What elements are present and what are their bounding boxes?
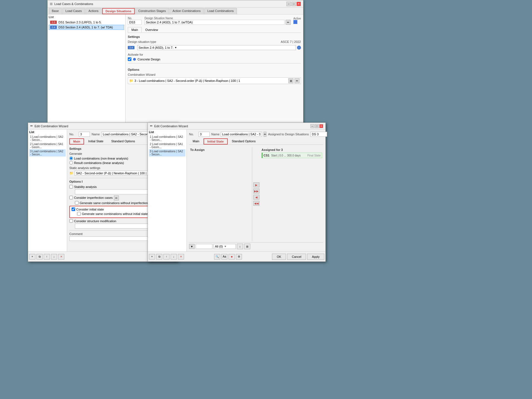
minimize-button[interactable]: ─ <box>286 2 291 6</box>
ds3-text: DS3 Section 2.4 (ASD), 1 to 7. (w/ TDA) <box>58 26 113 29</box>
static-select-text: SA2 - Second-order (P-Δ) | Newton-Raphso… <box>76 172 158 175</box>
footer-copy-btn-right[interactable]: ⧉ <box>156 254 162 260</box>
imperfection-btn[interactable]: ✏ <box>114 195 119 200</box>
combination-btn2[interactable]: ✏ <box>295 78 300 83</box>
name-label: Design Situation Name <box>144 17 291 20</box>
dialog-right-footer: + ⧉ ↑ ↓ ✕ 🔍 Aa ■ ⚙ OK Cancel Apply <box>148 251 325 261</box>
tab-main-right[interactable]: Main <box>189 138 203 145</box>
dialog-right-titlebar: ✏ Edit Combination Wizard ─ □ ✕ <box>148 123 325 129</box>
tab-construction-stages[interactable]: Construction Stages <box>135 8 169 14</box>
imperfection-sub-checkbox[interactable] <box>75 201 79 205</box>
dialog-right-tabs: Main Initial State Standard Options <box>189 138 323 145</box>
right-combo-item-3[interactable]: 3 Load combinations | SA2 - Secon... <box>149 149 185 156</box>
dialog-left-title: Edit Combination Wizard <box>35 124 68 128</box>
footer-del-btn-left[interactable]: ✕ <box>58 254 64 260</box>
dialog-right-field-row: No. Name ✏ Assigned to Design Situations <box>189 132 323 137</box>
arrow-buttons-col: ▶ ▶▶ ◀ ◀◀ <box>252 147 261 241</box>
ok-button[interactable]: OK <box>272 254 286 260</box>
inner-tab-overview[interactable]: Overview <box>142 27 162 33</box>
radio-nonlinear-input[interactable] <box>69 156 73 160</box>
footer-red-btn-right[interactable]: ■ <box>229 254 235 260</box>
tab-actions[interactable]: Actions <box>85 8 102 14</box>
tab-design-situations[interactable]: Design Situations <box>102 8 135 14</box>
footer-search-btn-right[interactable]: 🔍 <box>214 254 220 260</box>
no-input-left[interactable] <box>79 132 90 137</box>
type-select-arrow: ▼ <box>175 46 177 49</box>
footer-down-btn-left[interactable]: ↓ <box>51 254 57 260</box>
cs1-detail: Start | 0.0 ... 300.0 days <box>271 154 306 157</box>
inner-tab-main[interactable]: Main <box>128 27 142 33</box>
tab-base[interactable]: Base <box>49 8 62 14</box>
radio-linear-input[interactable] <box>69 161 73 165</box>
footer-up-btn-left[interactable]: ↑ <box>44 254 50 260</box>
dialog-right-title: Edit Combination Wizard <box>154 124 188 128</box>
ds3-badge: 2.4 <box>50 26 57 29</box>
right-combo-item-2[interactable]: 2 Load combinations | SA1 - Geom... <box>149 142 185 149</box>
radio-linear-label: Result combinations (linear analysis) <box>74 161 124 165</box>
combo-list-item-2[interactable]: 2 Load combinations | SA1 - Geom... <box>29 142 66 149</box>
tab-main-left[interactable]: Main <box>69 138 84 145</box>
active-checkbox[interactable] <box>293 20 297 24</box>
footer-del-btn-right[interactable]: ✕ <box>178 254 184 260</box>
close-button[interactable]: ✕ <box>296 2 301 6</box>
all-select[interactable]: All (0) ▼ <box>214 244 236 249</box>
footer-filter2-btn[interactable]: ⊞ <box>244 244 250 249</box>
tab-standard-options-right[interactable]: Standard Options <box>228 138 259 145</box>
name-input-right[interactable] <box>221 132 262 137</box>
footer-copy-btn-left[interactable]: ⧉ <box>36 254 43 260</box>
tab-load-combinations[interactable]: Load Combinations <box>204 8 237 14</box>
name-edit-btn-right[interactable]: ✏ <box>264 132 266 137</box>
assign-one-btn[interactable]: ▶ <box>253 182 259 187</box>
footer-sort-btn[interactable]: ↕ <box>237 244 243 249</box>
footer-down-btn-right[interactable]: ↓ <box>171 254 177 260</box>
list-item-ds1[interactable]: 2.3 DS1 Section 2.3 (LRFD), 1 to 5. <box>49 20 124 25</box>
assigned-input[interactable] <box>310 132 327 137</box>
type-info-button[interactable]: i <box>297 46 301 50</box>
dialog-right-main: No. Name ✏ Assigned to Design Situations… <box>187 129 325 251</box>
initial-state-sub-checkbox[interactable] <box>77 212 81 216</box>
tab-initial-state-left[interactable]: Initial State <box>85 138 107 145</box>
structure-checkbox[interactable] <box>69 219 73 223</box>
filter-button[interactable]: ▼ <box>189 244 195 249</box>
no-input-right[interactable] <box>198 132 210 137</box>
cancel-button[interactable]: Cancel <box>287 254 306 260</box>
right-combo-item-1[interactable]: 1 Load combinations | SA2 - Secon... <box>149 135 185 142</box>
combination-btn1[interactable]: ⊞ <box>288 78 293 83</box>
maximize-button[interactable]: □ <box>291 2 296 6</box>
footer-up-btn-right[interactable]: ↑ <box>163 254 170 260</box>
assign-all-btn[interactable]: ▶▶ <box>253 189 259 194</box>
no-input[interactable] <box>128 20 142 25</box>
dialog-right-min[interactable]: ─ <box>310 124 314 128</box>
tab-standard-options-left[interactable]: Standard Options <box>107 138 139 145</box>
dialog-right-close[interactable]: ✕ <box>319 124 323 128</box>
tab-load-cases[interactable]: Load Cases <box>62 8 85 14</box>
initial-state-checkbox[interactable] <box>72 207 75 211</box>
stability-checkbox[interactable] <box>69 185 73 189</box>
active-label: Active <box>293 17 301 20</box>
concrete-checkbox[interactable] <box>128 57 131 61</box>
assigned-label: Assigned to Design Situations <box>268 133 309 136</box>
unassign-all-btn[interactable]: ◀◀ <box>253 201 259 206</box>
combo-list-item-3[interactable]: 3 Load combinations | SA2 - Secon... <box>29 149 66 156</box>
imperfection-label: Consider imperfection cases <box>74 196 113 199</box>
main-tab-bar: Base Load Cases Actions Design Situation… <box>48 8 303 14</box>
footer-aa-btn-right[interactable]: Aa <box>221 254 227 260</box>
footer-add-btn-left[interactable]: + <box>29 254 35 260</box>
footer-extra-btn-right[interactable]: ⚙ <box>236 254 242 260</box>
imperfection-checkbox[interactable] <box>69 196 73 199</box>
apply-button[interactable]: Apply <box>307 254 324 260</box>
to-assign-col: To Assign <box>189 147 252 241</box>
edit-name-button[interactable]: ✏ <box>286 20 291 25</box>
name-input[interactable] <box>144 20 285 25</box>
type-select[interactable]: Section 2.4 (ASD), 1 to 7. ▼ <box>137 45 296 50</box>
unassign-one-btn[interactable]: ◀ <box>253 195 259 200</box>
static-folder-icon: 📁 <box>69 171 73 175</box>
tab-initial-state-right[interactable]: Initial State <box>204 138 228 145</box>
tab-action-combinations[interactable]: Action Combinations <box>170 8 204 14</box>
initial-state-sub-label: Generate same combinations without initi… <box>82 212 148 216</box>
list-item-ds3[interactable]: 2.4 DS3 Section 2.4 (ASD), 1 to 7. (w/ T… <box>49 25 124 30</box>
footer-add-btn-right[interactable]: + <box>149 254 155 260</box>
dialog-right-max[interactable]: □ <box>315 124 319 128</box>
filter-input[interactable] <box>196 244 212 249</box>
combo-list-item-1[interactable]: 1 Load combinations | SA2 - Secon... <box>29 135 66 142</box>
